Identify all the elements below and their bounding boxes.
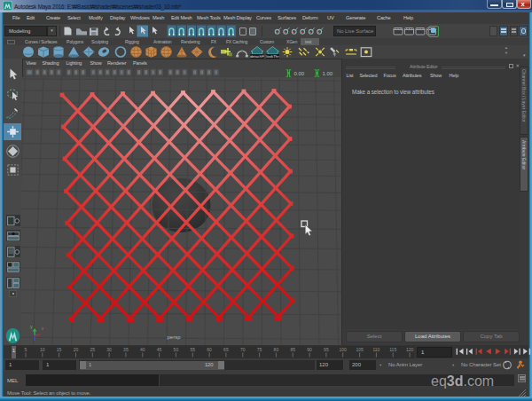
svg-text:120: 120 <box>406 347 414 352</box>
svg-text:10: 10 <box>40 347 45 352</box>
svg-text:90: 90 <box>307 347 312 352</box>
svg-text:85: 85 <box>290 347 295 352</box>
svg-text:105: 105 <box>356 347 364 352</box>
svg-text:115: 115 <box>389 347 396 352</box>
svg-text:5: 5 <box>25 347 27 352</box>
svg-text:100: 100 <box>340 347 348 352</box>
svg-text:50: 50 <box>174 347 179 352</box>
svg-text:95: 95 <box>324 347 329 352</box>
svg-text:20: 20 <box>74 347 79 352</box>
svg-text:55: 55 <box>191 347 196 352</box>
svg-text:40: 40 <box>140 347 145 352</box>
svg-text:75: 75 <box>257 347 262 352</box>
svg-text:65: 65 <box>223 347 229 352</box>
svg-text:70: 70 <box>240 347 246 352</box>
svg-text:45: 45 <box>157 347 162 352</box>
svg-text:110: 110 <box>372 347 379 352</box>
svg-text:35: 35 <box>123 347 129 352</box>
svg-text:15: 15 <box>57 347 62 352</box>
svg-text:30: 30 <box>106 347 112 352</box>
svg-text:25: 25 <box>90 347 96 352</box>
svg-text:60: 60 <box>207 347 212 352</box>
svg-text:80: 80 <box>274 347 279 352</box>
